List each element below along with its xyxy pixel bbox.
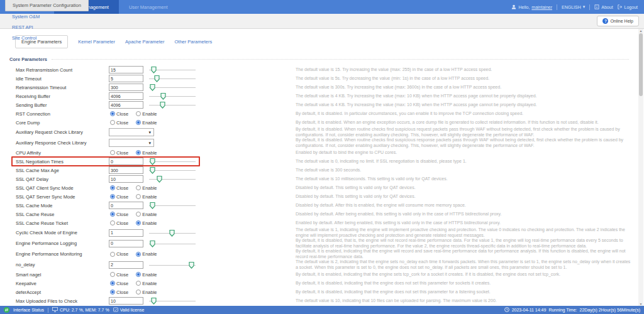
username-link[interactable]: maintainer [531, 5, 552, 9]
radio-enable[interactable]: Enable [136, 212, 157, 217]
slider-thumb-icon[interactable] [160, 101, 165, 109]
scroll-up-icon[interactable]: ▲ [638, 29, 643, 33]
param-label: Auxiliary Request Check Library [16, 129, 109, 135]
param-input[interactable] [109, 297, 143, 305]
param-slider[interactable] [149, 166, 196, 174]
radio-dot [110, 252, 115, 257]
radio-close[interactable]: Close [110, 272, 128, 278]
radio-close[interactable]: Close [110, 194, 128, 200]
param-slider[interactable] [149, 175, 196, 183]
radio-dot [136, 252, 141, 257]
param-input[interactable] [109, 229, 143, 237]
nav-item-system-o-m[interactable]: System O&M [5, 11, 89, 22]
param-label: SSL Cache Max Age [16, 168, 109, 173]
radio-close[interactable]: Close [110, 220, 128, 226]
param-slider[interactable] [149, 240, 196, 247]
language-selector[interactable]: ENGLISH ▾ [562, 4, 585, 9]
slider-thumb-icon[interactable] [150, 84, 155, 91]
slider-thumb-icon[interactable] [151, 297, 157, 305]
param-select[interactable]: ▾ [109, 139, 154, 147]
radio-enable[interactable]: Enable [136, 120, 157, 126]
radio-dot [136, 220, 141, 225]
status-bar: Interface Status CPU: 2.7 %, MEM: 7.7 % … [0, 306, 644, 314]
slider-thumb-icon[interactable] [160, 92, 166, 100]
param-input[interactable] [109, 158, 143, 165]
slider-thumb-icon[interactable] [157, 175, 162, 183]
scrollbar-thumb[interactable] [639, 33, 643, 96]
slider-thumb-icon[interactable] [154, 75, 160, 82]
radio-enable[interactable]: Enable [136, 290, 157, 295]
param-row-ssl-qat-server-sync-mode: SSL QAT Server Sync ModeCloseEnableDisab… [0, 192, 644, 201]
slider-track [149, 96, 196, 97]
online-help-button[interactable]: ? Online Help [597, 16, 639, 26]
param-slider[interactable] [149, 229, 196, 237]
slider-thumb-icon[interactable] [150, 166, 155, 174]
radio-close[interactable]: Close [110, 251, 128, 257]
param-input[interactable] [109, 101, 143, 109]
tab-apache-parameter[interactable]: Apache Parameter [125, 36, 165, 48]
param-slider[interactable] [149, 297, 196, 305]
param-slider[interactable] [149, 202, 196, 209]
param-row-deferaccept: deferAcceptCloseEnableBy default, it is … [0, 288, 644, 296]
param-input[interactable] [109, 261, 143, 269]
radio-close[interactable]: Close [110, 120, 128, 126]
radio-enable[interactable]: Enable [136, 220, 157, 226]
nav-item-system-parameter-configuration[interactable]: System Parameter Configuration [5, 0, 89, 11]
radio-enable[interactable]: Enable [136, 185, 157, 191]
slider-thumb-icon[interactable] [151, 66, 157, 73]
nav-item-site-control[interactable]: Site Control [5, 33, 89, 43]
param-input[interactable] [109, 75, 143, 82]
radio-enable[interactable]: Enable [136, 194, 157, 200]
param-input[interactable] [109, 84, 143, 91]
vertical-scrollbar[interactable]: ▲ ▼ [638, 29, 643, 306]
logout-button[interactable]: Logout [618, 4, 638, 10]
param-label: Idle Timeout [16, 76, 109, 82]
param-input[interactable] [109, 175, 143, 183]
radio-close[interactable]: Close [110, 111, 128, 117]
slider-thumb-icon[interactable] [150, 240, 155, 247]
header-tab-label: User Management [129, 4, 168, 10]
radio-enable[interactable]: Enable [136, 272, 157, 278]
slider-thumb-icon[interactable] [150, 202, 155, 209]
param-control: CloseEnable [109, 251, 296, 257]
radio-label: Enable [142, 272, 157, 278]
slider-thumb-icon[interactable] [169, 229, 175, 237]
param-input[interactable] [109, 166, 143, 174]
radio-enable[interactable]: Enable [136, 251, 157, 257]
param-input[interactable] [109, 92, 143, 100]
radio-label: Close [116, 251, 128, 257]
slider-thumb-icon[interactable] [150, 158, 155, 165]
param-input[interactable] [109, 240, 143, 247]
param-slider[interactable] [149, 75, 196, 82]
radio-close[interactable]: Close [110, 290, 128, 295]
status-datetime: 2023-04-11 14:49 [512, 308, 547, 312]
about-button[interactable]: About [594, 4, 613, 10]
radio-enable[interactable]: Enable [136, 111, 157, 117]
param-description: The default value is 4 KB. Try increasin… [296, 94, 631, 99]
param-input[interactable] [109, 66, 143, 73]
radio-close[interactable]: Close [110, 281, 128, 286]
param-select[interactable]: ▾ [109, 128, 154, 136]
param-description: By default, it is disabled, indicating t… [296, 281, 631, 286]
param-slider[interactable] [149, 84, 196, 91]
slider-thumb-icon[interactable] [189, 261, 194, 269]
param-label: SSL Cache Mode [16, 203, 109, 208]
param-label: Engine Performance Logging [16, 241, 109, 246]
slider-track [149, 105, 196, 106]
interface-status-label[interactable]: Interface Status [13, 308, 44, 312]
param-slider[interactable] [149, 101, 196, 109]
radio-enable[interactable]: Enable [136, 150, 157, 156]
tab-other-parameters[interactable]: Other Parameters [175, 36, 213, 48]
radio-enable[interactable]: Enable [136, 281, 157, 286]
param-slider[interactable] [149, 261, 196, 269]
radio-close[interactable]: Close [110, 212, 128, 217]
param-slider[interactable] [149, 66, 196, 73]
nav-item-rest-api[interactable]: REST API [5, 22, 89, 33]
radio-close[interactable]: Close [110, 150, 128, 156]
param-input[interactable] [109, 202, 143, 209]
param-label: Keepalive [16, 281, 109, 286]
radio-close[interactable]: Close [110, 185, 128, 191]
param-slider[interactable] [149, 92, 196, 100]
header-tab-user-management[interactable]: User Management [119, 0, 178, 14]
param-slider[interactable] [149, 158, 196, 165]
